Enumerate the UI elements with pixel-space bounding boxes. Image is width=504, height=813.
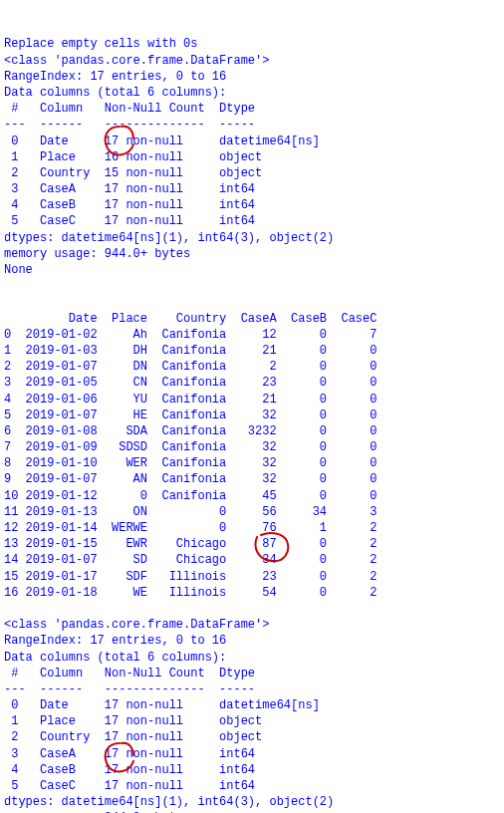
- df-row1: 1 2019-01-03 DH Canifonia 21 0 0: [4, 344, 377, 358]
- info1-memory: memory usage: 944.0+ bytes: [4, 247, 190, 261]
- df-row16: 16 2019-01-18 WE Illinois 54 0 2: [4, 586, 377, 600]
- info2-divider: --- ------ -------------- -----: [4, 682, 320, 696]
- info2-range: RangeIndex: 17 entries, 0 to 16: [4, 634, 226, 648]
- info1-row0: 0 Date 17 non-null datetime64[ns]: [4, 135, 320, 148]
- df-row13: 13 2019-01-15 EWR Chicago 87 0 2: [4, 537, 377, 551]
- info2-class: <class 'pandas.core.frame.DataFrame'>: [4, 618, 269, 632]
- info2-row0: 0 Date 17 non-null datetime64[ns]: [4, 698, 320, 712]
- info1-row3: 3 CaseA 17 non-null int64: [4, 182, 320, 196]
- info1-row4: 4 CaseB 17 non-null int64: [4, 198, 320, 212]
- df-header: Date Place Country CaseA CaseB CaseC: [4, 312, 377, 326]
- info2-row2: 2 Country 17 non-null object: [4, 730, 320, 744]
- info2-dtypes: dtypes: datetime64[ns](1), int64(3), obj…: [4, 795, 334, 809]
- info2-row4: 4 CaseB 17 non-null int64: [4, 763, 320, 777]
- df-row6: 6 2019-01-08 SDA Canifonia 3232 0 0: [4, 424, 377, 438]
- df-row9: 9 2019-01-07 AN Canifonia 32 0 0: [4, 472, 377, 486]
- title-line: Replace empty cells with 0s: [4, 37, 197, 51]
- info2-cols: Data columns (total 6 columns):: [4, 651, 226, 665]
- df-row15: 15 2019-01-17 SDF Illinois 23 0 2: [4, 570, 377, 584]
- info1-row1: 1 Place 16 non-null object: [4, 150, 320, 164]
- df-row3: 3 2019-01-05 CN Canifonia 23 0 0: [4, 376, 377, 390]
- df-row4: 4 2019-01-06 YU Canifonia 21 0 0: [4, 393, 377, 406]
- df-row14: 14 2019-01-07 SD Chicago 34 0 2: [4, 553, 377, 567]
- info2-row1: 1 Place 17 non-null object: [4, 714, 320, 728]
- df-row10: 10 2019-01-12 0 Canifonia 45 0 0: [4, 489, 377, 503]
- info1-divider: --- ------ -------------- -----: [4, 118, 320, 132]
- df-row2: 2 2019-01-07 DN Canifonia 2 0 0: [4, 360, 377, 374]
- df-row5: 5 2019-01-07 HE Canifonia 32 0 0: [4, 408, 377, 422]
- df-row11: 11 2019-01-13 ON 0 56 34 3: [4, 505, 377, 519]
- info2-row3: 3 CaseA 17 non-null int64: [4, 747, 320, 761]
- info1-row5: 5 CaseC 17 non-null int64: [4, 214, 320, 228]
- info1-row2: 2 Country 15 non-null object: [4, 166, 320, 180]
- info1-header: # Column Non-Null Count Dtype: [4, 102, 320, 116]
- info1-dtypes: dtypes: datetime64[ns](1), int64(3), obj…: [4, 231, 334, 245]
- df-row12: 12 2019-01-14 WERWE 0 76 1 2: [4, 521, 377, 535]
- df-row7: 7 2019-01-09 SDSD Canifonia 32 0 0: [4, 440, 377, 454]
- info2-row5: 5 CaseC 17 non-null int64: [4, 779, 320, 793]
- df-row8: 8 2019-01-10 WER Canifonia 32 0 0: [4, 456, 377, 470]
- info1-range: RangeIndex: 17 entries, 0 to 16: [4, 70, 226, 84]
- info1-class: <class 'pandas.core.frame.DataFrame'>: [4, 54, 269, 68]
- df-row0: 0 2019-01-02 Ah Canifonia 12 0 7: [4, 328, 377, 342]
- info2-header: # Column Non-Null Count Dtype: [4, 667, 320, 680]
- info1-none: None: [4, 263, 33, 277]
- info1-cols: Data columns (total 6 columns):: [4, 86, 226, 100]
